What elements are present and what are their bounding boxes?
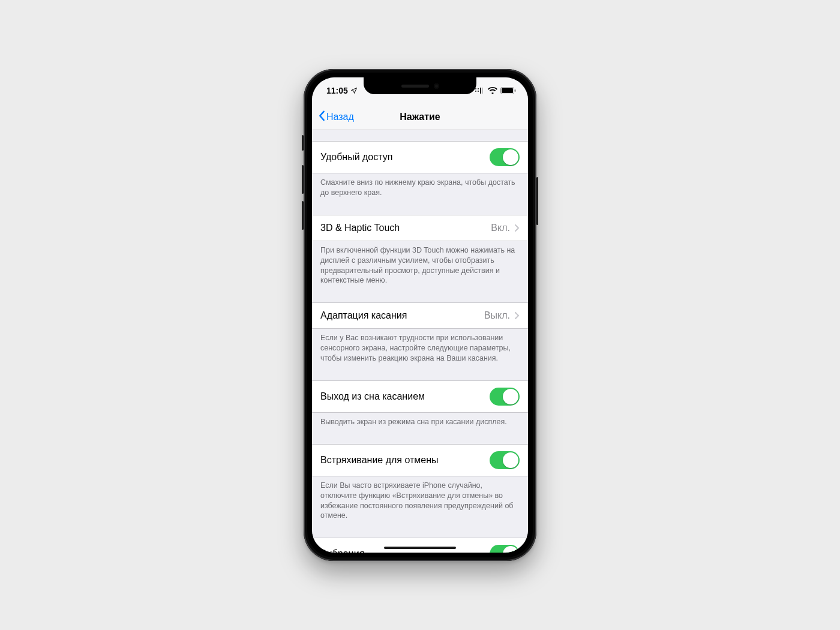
svg-rect-5 — [482, 88, 483, 94]
row-label: 3D & Haptic Touch — [320, 223, 400, 233]
chevron-left-icon — [318, 110, 325, 124]
toggle-vibration[interactable] — [490, 545, 520, 553]
footer-reachability: Смахните вниз по нижнему краю экрана, чт… — [312, 173, 528, 204]
svg-rect-8 — [515, 89, 516, 92]
toggle-reachability[interactable] — [490, 148, 520, 166]
row-haptic-touch[interactable]: 3D & Haptic Touch Вкл. — [312, 215, 528, 241]
notch — [364, 77, 476, 94]
navigation-bar: Назад Нажатие — [312, 104, 528, 130]
footer-tap-wake: Выводить экран из режима сна при касании… — [312, 413, 528, 433]
row-label: Адаптация касания — [320, 310, 407, 321]
row-shake-to-undo[interactable]: Встряхивание для отмены — [312, 444, 528, 476]
row-value: Выкл. — [484, 310, 510, 321]
volume-up-button — [302, 165, 304, 194]
footer-touch-accom: Если у Вас возникают трудности при испол… — [312, 329, 528, 370]
row-reachability[interactable]: Удобный доступ — [312, 141, 528, 173]
mute-switch — [302, 135, 304, 151]
svg-rect-7 — [502, 88, 513, 93]
phone-frame: 11:05 — [304, 69, 536, 561]
location-arrow-icon — [350, 87, 358, 94]
row-value: Вкл. — [491, 223, 510, 233]
svg-point-2 — [475, 91, 476, 92]
group-tap-wake: Выход из сна касанием Выводить экран из … — [312, 370, 528, 433]
row-label: Встряхивание для отмены — [320, 455, 439, 466]
screen: 11:05 — [312, 77, 528, 553]
footer-shake-undo: Если Вы часто встряхиваете iPhone случай… — [312, 476, 528, 527]
row-label: Выход из сна касанием — [320, 391, 425, 402]
speaker-grille — [401, 85, 429, 88]
svg-rect-4 — [480, 88, 481, 94]
row-label: Вибрация — [320, 548, 364, 553]
row-touch-accommodations[interactable]: Адаптация касания Выкл. — [312, 302, 528, 329]
page-title: Нажатие — [400, 112, 440, 122]
group-touch-accom: Адаптация касания Выкл. Если у Вас возни… — [312, 292, 528, 370]
home-indicator[interactable] — [384, 547, 456, 549]
svg-point-0 — [475, 88, 476, 89]
dual-sim-icon — [474, 87, 485, 94]
row-label: Удобный доступ — [320, 152, 392, 163]
settings-content[interactable]: Удобный доступ Смахните вниз по нижнему … — [312, 130, 528, 553]
row-tap-to-wake[interactable]: Выход из сна касанием — [312, 380, 528, 413]
group-haptic: 3D & Haptic Touch Вкл. При включенной фу… — [312, 204, 528, 292]
back-label: Назад — [326, 112, 354, 122]
back-button[interactable]: Назад — [317, 110, 400, 124]
group-shake-undo: Встряхивание для отмены Если Вы часто вс… — [312, 433, 528, 527]
svg-point-1 — [478, 88, 479, 89]
front-camera — [434, 83, 439, 89]
toggle-shake-to-undo[interactable] — [490, 451, 520, 469]
svg-point-3 — [478, 91, 479, 92]
volume-down-button — [302, 201, 304, 230]
wifi-icon — [488, 87, 497, 94]
chevron-right-icon — [515, 312, 520, 319]
chevron-right-icon — [515, 224, 520, 232]
power-button — [536, 177, 538, 225]
footer-haptic: При включенной функции 3D Touch можно на… — [312, 241, 528, 292]
status-time: 11:05 — [326, 86, 348, 95]
battery-icon — [500, 87, 516, 94]
group-reachability: Удобный доступ Смахните вниз по нижнему … — [312, 130, 528, 204]
row-vibration[interactable]: Вибрация — [312, 538, 528, 553]
toggle-tap-to-wake[interactable] — [490, 388, 520, 406]
